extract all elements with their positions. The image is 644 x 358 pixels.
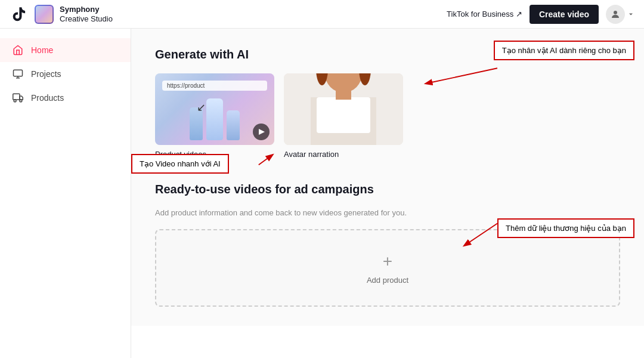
avatar-narration-card[interactable]: Avatar narration [284, 73, 403, 159]
create-video-button[interactable]: Create video [530, 5, 599, 24]
product-videos-card[interactable]: https://product ↙ [155, 73, 274, 159]
sidebar-item-products[interactable]: Products [0, 86, 131, 110]
play-button[interactable] [253, 124, 270, 140]
ai-cards: https://product ↙ [155, 73, 620, 159]
svg-point-6 [20, 100, 22, 102]
sidebar-item-projects[interactable]: Projects [0, 62, 131, 86]
home-icon [12, 44, 24, 56]
product-videos-thumb: https://product ↙ [155, 73, 274, 145]
brand-logo [35, 5, 54, 24]
svg-rect-4 [13, 94, 20, 100]
sidebar: Home Projects Products [0, 29, 131, 358]
main-layout: Home Projects Products Generate with AI [0, 29, 644, 358]
product-card-bg: https://product ↙ [155, 73, 274, 145]
sidebar-item-home[interactable]: Home [0, 38, 131, 62]
sidebar-item-projects-label: Projects [31, 69, 61, 79]
content-wrapper: Generate with AI https://product [131, 29, 644, 358]
brand-name: Symphony Creative Studio [60, 5, 113, 23]
user-avatar-dropdown[interactable] [606, 5, 634, 24]
avatar-narration-label: Avatar narration [284, 150, 403, 159]
svg-point-0 [614, 11, 617, 14]
ready-section: Ready-to-use videos for ad campaigns Add… [155, 183, 620, 307]
url-bar: https://product [162, 81, 267, 91]
header-left: Symphony Creative Studio [10, 5, 113, 24]
avatar-card-bg [284, 73, 403, 145]
add-product-label: Add product [367, 276, 408, 285]
ready-section-title: Ready-to-use videos for ad campaigns [155, 183, 620, 196]
user-avatar[interactable] [606, 5, 625, 24]
generate-section-title: Generate with AI [155, 48, 620, 61]
svg-point-5 [14, 100, 16, 102]
header-right: TikTok for Business ↗ Create video [447, 5, 634, 24]
add-plus-icon: + [383, 252, 392, 271]
tiktok-logo [10, 5, 29, 24]
projects-icon [12, 68, 24, 80]
svg-rect-1 [14, 70, 23, 76]
sidebar-item-products-label: Products [31, 93, 64, 103]
chevron-down-icon [627, 11, 634, 18]
add-product-box[interactable]: + Add product [155, 229, 620, 307]
ready-subtitle: Add product information and come back to… [155, 208, 620, 217]
content: Generate with AI https://product [131, 29, 644, 326]
tiktok-business-link[interactable]: TikTok for Business ↗ [447, 10, 522, 18]
header: Symphony Creative Studio TikTok for Busi… [0, 0, 644, 29]
avatar-narration-thumb [284, 73, 403, 145]
product-videos-label: Product videos [155, 150, 274, 159]
products-icon [12, 92, 24, 104]
sidebar-item-home-label: Home [31, 45, 53, 55]
cursor-icon: ↙ [197, 101, 206, 114]
